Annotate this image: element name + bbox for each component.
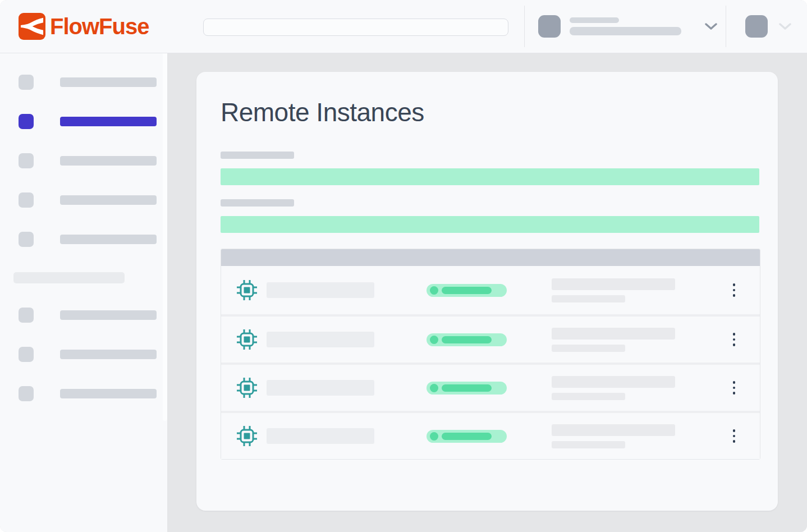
kebab-menu-icon[interactable]	[731, 281, 738, 299]
content-card: Remote Instances	[196, 72, 778, 511]
meta-line-skeleton	[552, 328, 675, 340]
app-window: FlowFuse	[0, 0, 807, 532]
status-badge	[427, 284, 507, 297]
sidebar-item-icon	[19, 232, 34, 247]
sidebar-item-label-skeleton	[60, 195, 157, 205]
meta-line-skeleton	[552, 424, 675, 436]
chevron-down-icon	[705, 23, 717, 30]
table-body	[221, 266, 760, 459]
field-label-skeleton	[221, 152, 294, 159]
sidebar-item-label-skeleton	[60, 310, 157, 320]
sidebar	[0, 53, 167, 532]
meta-line-skeleton	[552, 441, 625, 448]
sidebar-item-label-skeleton	[60, 389, 157, 398]
instances-table	[221, 249, 760, 460]
device-chip-icon	[237, 426, 257, 446]
status-text-skeleton	[442, 336, 492, 343]
form-field-group	[221, 199, 754, 233]
device-chip-icon	[237, 280, 257, 300]
status-badge	[427, 382, 507, 395]
status-dot	[430, 432, 438, 441]
chevron-down-icon	[779, 23, 791, 30]
sidebar-item-icon	[19, 153, 34, 168]
team-subtitle-skeleton	[570, 27, 681, 35]
header-right-cluster	[524, 0, 807, 53]
sidebar-item[interactable]	[19, 153, 167, 168]
top-header: FlowFuse	[0, 0, 807, 53]
team-label-skeleton	[570, 17, 681, 35]
user-menu[interactable]	[745, 15, 791, 38]
sidebar-item[interactable]	[19, 232, 167, 247]
table-row[interactable]	[221, 266, 760, 314]
status-dot	[430, 384, 438, 392]
brand-name: FlowFuse	[50, 14, 149, 39]
instance-meta-skeleton	[552, 278, 675, 302]
form-field-group	[221, 152, 754, 185]
sidebar-item-label-skeleton	[60, 235, 157, 244]
status-dot	[430, 286, 438, 295]
table-row[interactable]	[221, 363, 760, 411]
search-input[interactable]	[203, 19, 508, 36]
team-avatar	[538, 15, 561, 38]
kebab-menu-icon[interactable]	[731, 427, 738, 445]
sidebar-item-label-skeleton	[60, 77, 157, 87]
team-name-skeleton	[570, 17, 619, 23]
form-fields	[221, 152, 754, 233]
instance-name-skeleton	[267, 428, 374, 444]
flowfuse-logo-icon	[19, 13, 45, 40]
main-content: Remote Instances	[167, 53, 807, 532]
meta-line-skeleton	[552, 295, 625, 302]
page-title: Remote Instances	[221, 97, 754, 127]
header-divider	[726, 6, 726, 47]
kebab-menu-icon[interactable]	[731, 331, 738, 348]
device-chip-icon	[237, 378, 257, 398]
header-divider	[524, 6, 525, 47]
status-text-skeleton	[442, 433, 492, 440]
sidebar-item[interactable]	[19, 75, 167, 90]
sidebar-section-heading-skeleton	[13, 272, 125, 283]
instance-name-skeleton	[267, 332, 374, 347]
status-text-skeleton	[442, 384, 492, 392]
sidebar-item-label-skeleton	[60, 156, 157, 166]
user-avatar	[745, 15, 768, 38]
sidebar-item-icon	[19, 192, 34, 208]
status-badge	[427, 333, 507, 346]
instance-name-skeleton	[267, 282, 374, 298]
device-chip-icon	[237, 329, 257, 350]
sidebar-item-icon	[19, 114, 34, 129]
field-input-skeleton[interactable]	[221, 168, 759, 185]
status-badge	[427, 430, 507, 443]
sidebar-item[interactable]	[19, 114, 167, 129]
sidebar-item[interactable]	[19, 386, 167, 401]
instance-meta-skeleton	[552, 424, 675, 448]
field-input-skeleton[interactable]	[221, 216, 759, 233]
sidebar-item-label-skeleton	[60, 350, 157, 359]
sidebar-item[interactable]	[19, 347, 167, 362]
instance-name-skeleton	[267, 380, 374, 396]
instance-meta-skeleton	[552, 376, 675, 400]
table-header	[221, 249, 760, 266]
sidebar-item-label-skeleton	[60, 117, 157, 126]
sidebar-item[interactable]	[19, 308, 167, 323]
meta-line-skeleton	[552, 345, 625, 352]
meta-line-skeleton	[552, 376, 675, 388]
meta-line-skeleton	[552, 393, 625, 400]
sidebar-item-icon	[19, 347, 34, 362]
meta-line-skeleton	[552, 278, 675, 290]
sidebar-item	[13, 272, 167, 283]
table-row[interactable]	[221, 411, 760, 459]
kebab-menu-icon[interactable]	[731, 379, 738, 397]
sidebar-scrollbar[interactable]	[163, 53, 167, 421]
instance-meta-skeleton	[552, 328, 675, 352]
sidebar-item[interactable]	[19, 192, 167, 208]
sidebar-item-icon	[19, 386, 34, 401]
team-selector[interactable]	[538, 15, 726, 38]
status-text-skeleton	[442, 287, 492, 294]
sidebar-item-icon	[19, 75, 34, 90]
field-label-skeleton	[221, 199, 294, 207]
brand[interactable]: FlowFuse	[0, 13, 149, 40]
status-dot	[430, 336, 438, 344]
table-row[interactable]	[221, 314, 760, 363]
sidebar-item-icon	[19, 308, 34, 323]
